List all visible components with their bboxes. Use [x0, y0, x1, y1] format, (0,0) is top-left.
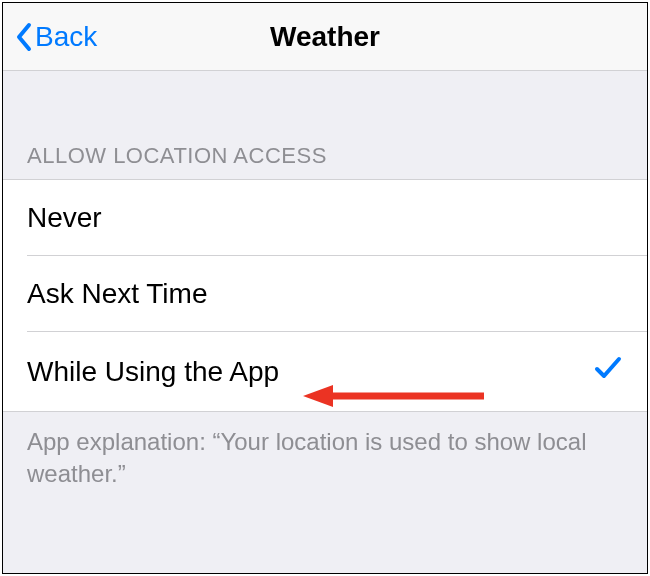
- settings-screen: Back Weather ALLOW LOCATION ACCESS Never…: [2, 2, 648, 574]
- page-title: Weather: [270, 21, 380, 53]
- option-label: While Using the App: [27, 356, 279, 388]
- option-ask-next-time[interactable]: Ask Next Time: [3, 256, 647, 332]
- checkmark-icon: [593, 354, 623, 389]
- chevron-left-icon: [15, 22, 33, 52]
- option-label: Ask Next Time: [27, 278, 207, 310]
- options-list: Never Ask Next Time While Using the App: [3, 179, 647, 412]
- option-label: Never: [27, 202, 102, 234]
- option-never[interactable]: Never: [3, 180, 647, 256]
- section-header: ALLOW LOCATION ACCESS: [3, 71, 647, 179]
- back-label: Back: [35, 21, 97, 53]
- back-button[interactable]: Back: [3, 21, 97, 53]
- nav-bar: Back Weather: [3, 3, 647, 71]
- section-footer: App explanation: “Your location is used …: [3, 412, 647, 505]
- option-while-using[interactable]: While Using the App: [3, 332, 647, 411]
